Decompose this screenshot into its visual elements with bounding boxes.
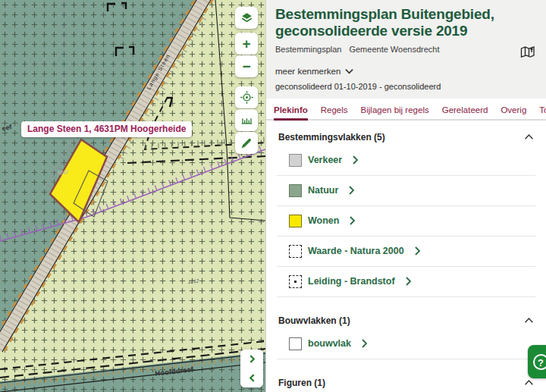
- map-view-button[interactable]: [520, 45, 535, 61]
- legend-section: Bestemmingsvlakken (5)VerkeerNatuurWonen…: [277, 132, 535, 297]
- legend-section: Figuren (1): [277, 378, 535, 388]
- legend-item-waarde-natura-2000[interactable]: Waarde - Natura 2000: [277, 237, 535, 267]
- chevron-left-icon: [248, 374, 256, 382]
- locate-button[interactable]: [235, 86, 258, 108]
- address-tooltip: Lange Steen 1, 4631PM Hoogerheide: [21, 121, 192, 137]
- page-title: Bestemmingsplan Buitengebied, geconsolid…: [275, 6, 535, 40]
- prev-button[interactable]: [240, 368, 263, 387]
- draw-button[interactable]: [235, 132, 258, 154]
- zoning-hatch: [0, 0, 265, 392]
- chevron-right-icon: [348, 186, 355, 195]
- zoom-out-button[interactable]: −: [235, 55, 258, 77]
- zoning-map[interactable]: Lange Steen Hoofddreef: [0, 0, 265, 392]
- tab-plekinfo[interactable]: Plekinfo: [274, 105, 308, 121]
- help-button[interactable]: ?: [528, 345, 546, 378]
- map-with-pin-icon: [520, 45, 535, 58]
- minus-icon: −: [242, 59, 250, 74]
- chevron-right-icon: [414, 246, 421, 256]
- legend-swatch: [289, 215, 302, 227]
- section-header[interactable]: Bouwvlakken (1): [278, 315, 534, 326]
- legend-item-label: bouwvlak: [308, 338, 351, 349]
- zoom-in-button[interactable]: +: [235, 33, 258, 55]
- next-button[interactable]: [240, 350, 263, 368]
- layers-button[interactable]: [235, 7, 258, 29]
- legend-sections: Bestemmingsvlakken (5)VerkeerNatuurWonen…: [266, 132, 546, 388]
- status-line: geconsolideerd 01-10-2019 - geconsolidee…: [275, 82, 535, 91]
- legend-swatch: [289, 184, 302, 197]
- info-panel: Bestemmingsplan Buitengebied, geconsolid…: [265, 0, 546, 392]
- chevron-right-icon: [361, 339, 368, 348]
- legend-swatch: [289, 245, 302, 258]
- more-attributes-toggle[interactable]: meer kenmerken: [275, 67, 353, 76]
- tab-bar: PlekinfoRegelsBijlagen bij regelsGerelat…: [266, 99, 546, 121]
- legend-item-wonen[interactable]: Wonen: [277, 206, 535, 237]
- ruler-icon: [240, 113, 254, 127]
- legend-item-label: Waarde - Natura 2000: [308, 246, 404, 256]
- legend-item-label: Wonen: [308, 215, 339, 226]
- tab-gerelateerd[interactable]: Gerelateerd: [442, 105, 488, 121]
- legend-item-label: Verkeer: [308, 155, 342, 165]
- tab-bijlagen-bij-regels[interactable]: Bijlagen bij regels: [361, 105, 429, 121]
- chevron-up-icon: [524, 317, 534, 324]
- legend-item-leiding-brandstof[interactable]: Leiding - Brandstof: [277, 267, 535, 297]
- legend-item-label: Natuur: [308, 185, 338, 196]
- map-pager: [240, 350, 263, 387]
- chevron-right-icon: [349, 216, 356, 225]
- tab-toelichting[interactable]: Toelichting: [539, 105, 546, 121]
- authority-label: Gemeente Woensdrecht: [349, 45, 439, 54]
- pencil-icon: [240, 136, 253, 150]
- legend-swatch: [289, 337, 302, 350]
- plan-type-label: Bestemmingsplan: [275, 45, 341, 54]
- crosshair-icon: [240, 90, 254, 105]
- chevron-up-icon: [524, 379, 534, 386]
- chevron-right-icon: [352, 155, 359, 165]
- section-title: Bestemmingsvlakken (5): [278, 132, 385, 143]
- plus-icon: +: [242, 36, 250, 51]
- chevron-up-icon: [524, 133, 534, 140]
- tab-overig[interactable]: Overig: [500, 105, 526, 121]
- measure-button[interactable]: [235, 109, 258, 131]
- layers-icon: [240, 11, 254, 25]
- chevron-right-icon: [405, 277, 412, 286]
- more-attributes-label: meer kenmerken: [275, 67, 340, 76]
- tab-regels[interactable]: Regels: [321, 105, 348, 121]
- legend-swatch: [289, 154, 302, 167]
- legend-item-label: Leiding - Brandstof: [308, 276, 395, 287]
- legend-swatch: [289, 275, 302, 288]
- legend-item-verkeer[interactable]: Verkeer: [277, 146, 535, 176]
- map-area: Lange Steen Hoofddreef: [0, 0, 265, 392]
- plan-viewer: Lange Steen Hoofddreef: [0, 0, 546, 392]
- chevron-down-icon: [345, 68, 353, 74]
- legend-item-bouwvlak[interactable]: bouwvlak: [277, 329, 535, 359]
- section-title: Figuren (1): [278, 378, 325, 388]
- legend-item-natuur[interactable]: Natuur: [277, 176, 535, 206]
- question-mark-icon: ?: [533, 354, 546, 370]
- legend-section: Bouwvlakken (1)bouwvlak: [277, 315, 535, 359]
- section-header[interactable]: Figuren (1): [278, 378, 534, 388]
- chevron-right-icon: [248, 355, 256, 363]
- plan-header: Bestemmingsplan Buitengebied, geconsolid…: [266, 0, 546, 99]
- section-title: Bouwvlakken (1): [278, 315, 350, 326]
- section-header[interactable]: Bestemmingsvlakken (5): [278, 132, 534, 143]
